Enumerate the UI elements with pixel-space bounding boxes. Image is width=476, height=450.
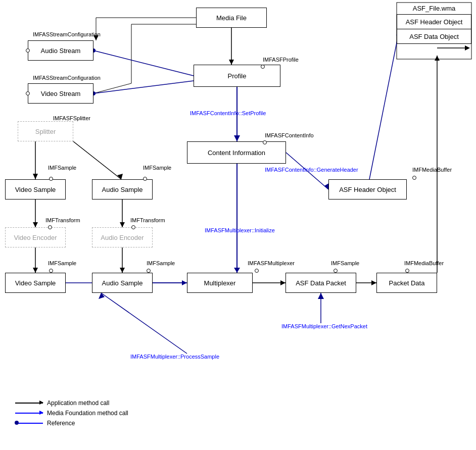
svg-marker-47 bbox=[99, 293, 105, 299]
svg-marker-33 bbox=[234, 268, 240, 273]
label-get-next-pkt: IMFASFMultiplexer::GetNexPacket bbox=[281, 323, 367, 329]
media-file-label: Media File bbox=[216, 14, 247, 22]
svg-marker-22 bbox=[33, 222, 38, 227]
content-info-label: Content Information bbox=[208, 149, 265, 157]
svg-marker-2 bbox=[229, 60, 234, 65]
audio-encoder-label: Audio Encoder bbox=[101, 234, 144, 241]
profile-label: Profile bbox=[228, 72, 247, 80]
legend-area: Application method call Media Foundation… bbox=[15, 399, 128, 430]
video-stream-label: Video Stream bbox=[41, 90, 81, 97]
svg-marker-26 bbox=[33, 268, 38, 273]
circle-audio-sample2 bbox=[147, 269, 151, 273]
svg-marker-16 bbox=[33, 174, 38, 179]
svg-marker-28 bbox=[120, 268, 125, 273]
asf-header-obj-box: ASF Header Object bbox=[328, 179, 407, 199]
svg-line-17 bbox=[73, 141, 121, 179]
svg-marker-40 bbox=[465, 45, 470, 51]
circle-content-info bbox=[263, 140, 267, 144]
circle-imf-media-buf1 bbox=[412, 176, 416, 180]
svg-marker-39 bbox=[435, 56, 440, 61]
label-imf-sample1: IMFSample bbox=[48, 165, 76, 171]
circle-imfasf-mux bbox=[255, 269, 259, 273]
label-imf-transform1: IMFTransform bbox=[45, 217, 80, 223]
label-mux-init: IMFASFMultiplexer::Initialize bbox=[205, 227, 275, 233]
video-sample1-label: Video Sample bbox=[15, 186, 56, 193]
circle-audio-stream bbox=[26, 48, 30, 53]
audio-stream-label: Audio Stream bbox=[41, 47, 81, 55]
multiplexer-label: Multiplexer bbox=[204, 279, 236, 287]
svg-line-11 bbox=[93, 81, 194, 93]
video-sample2-box: Video Sample bbox=[5, 273, 66, 293]
audio-sample1-label: Audio Sample bbox=[102, 186, 143, 193]
svg-line-42 bbox=[367, 30, 399, 189]
splitter-label: Splitter bbox=[35, 128, 56, 135]
label-imf-media-buf1: IMFMediaBuffer bbox=[412, 167, 452, 173]
label-mux-process: IMFASFMultiplexer::ProcessSample bbox=[130, 354, 219, 360]
label-imf-sample2: IMFSample bbox=[143, 165, 171, 171]
label-imf-sample3: IMFSample bbox=[48, 260, 76, 266]
legend-reference-label: Reference bbox=[47, 420, 75, 427]
splitter-box: Splitter bbox=[18, 121, 73, 141]
legend-reference: Reference bbox=[15, 420, 128, 427]
multiplexer-box: Multiplexer bbox=[187, 273, 253, 293]
content-info-box: Content Information bbox=[187, 141, 286, 164]
svg-marker-35 bbox=[280, 280, 285, 285]
circle-imf-sample5 bbox=[334, 269, 338, 273]
label-imf-media-buf2: IMFMediaBuffer bbox=[404, 260, 444, 266]
audio-sample2-box: Audio Sample bbox=[92, 273, 153, 293]
packet-data-label: Packet Data bbox=[389, 279, 425, 287]
label-imfasf-mux: IMFASFMultiplexer bbox=[248, 260, 295, 266]
legend-app-method: Application method call bbox=[15, 399, 128, 407]
profile-box: Profile bbox=[194, 65, 280, 87]
asf-data-packet-label: ASF Data Packet bbox=[296, 279, 346, 287]
svg-marker-14 bbox=[234, 135, 240, 141]
media-file-box: Media File bbox=[196, 8, 267, 28]
asf-data-obj-top-label: ASF Data Object bbox=[409, 33, 459, 40]
video-stream-box: Video Stream bbox=[28, 83, 93, 104]
label-gen-header: IMFASFContentInfo::GenerateHeader bbox=[265, 167, 358, 173]
circle-profile bbox=[261, 65, 265, 69]
legend-mf-method: Media Foundation method call bbox=[15, 410, 128, 417]
legend-app-method-label: Application method call bbox=[47, 399, 109, 407]
svg-line-9 bbox=[93, 51, 194, 76]
label-set-profile: IMFASFContentInfo::SetProfile bbox=[190, 110, 266, 116]
label-imfas-config2: IMFASStreamConfiguration bbox=[33, 75, 101, 81]
asf-header-obj-label: ASF Header Object bbox=[339, 186, 396, 193]
circle-imf-transform2 bbox=[131, 225, 135, 229]
svg-marker-45 bbox=[318, 293, 324, 299]
label-imf-sample5: IMFSample bbox=[331, 260, 359, 266]
svg-marker-18 bbox=[117, 174, 123, 179]
audio-stream-box: Audio Stream bbox=[28, 40, 93, 61]
packet-data-box: Packet Data bbox=[376, 273, 437, 293]
svg-marker-30 bbox=[182, 280, 187, 285]
asf-header-obj-top-box: ASF Header Object bbox=[397, 14, 471, 29]
svg-marker-24 bbox=[120, 222, 125, 227]
audio-sample2-label: Audio Sample bbox=[102, 279, 143, 287]
label-imfas-config1: IMFASStreamConfiguration bbox=[33, 31, 101, 37]
circle-video-sample2 bbox=[49, 269, 53, 273]
video-sample2-label: Video Sample bbox=[15, 279, 56, 287]
audio-encoder-box: Audio Encoder bbox=[92, 227, 153, 247]
video-encoder-label: Video Encoder bbox=[14, 234, 57, 241]
label-imf-transform2: IMFTransform bbox=[130, 217, 165, 223]
circle-video-sample1 bbox=[49, 177, 53, 181]
circle-audio-sample1 bbox=[143, 177, 147, 181]
audio-sample1-box: Audio Sample bbox=[92, 179, 153, 199]
video-encoder-box: Video Encoder bbox=[5, 227, 66, 247]
diagram-container: Media File Audio Stream Video Stream Pro… bbox=[0, 0, 476, 450]
asf-data-obj-top-box: ASF Data Object bbox=[397, 29, 471, 44]
label-imfasf-splitter: IMFASFSplitter bbox=[53, 115, 90, 121]
label-imfasf-content-info: IMFASFContentInfo bbox=[265, 132, 314, 138]
asf-data-packet-box: ASF Data Packet bbox=[285, 273, 356, 293]
svg-line-46 bbox=[101, 293, 187, 354]
svg-line-8 bbox=[93, 83, 131, 93]
circle-imf-media-buf2 bbox=[405, 269, 409, 273]
video-sample1-box: Video Sample bbox=[5, 179, 66, 199]
legend-mf-method-label: Media Foundation method call bbox=[47, 410, 128, 417]
asf-file-wma-label: ASF_File.wma bbox=[397, 3, 471, 14]
svg-marker-37 bbox=[371, 280, 376, 285]
label-imf-sample4: IMFSample bbox=[147, 260, 175, 266]
label-imfasf-profile: IMFASFProfile bbox=[263, 57, 299, 63]
circle-imf-transform1 bbox=[48, 225, 52, 229]
circle-video-stream bbox=[26, 91, 30, 95]
